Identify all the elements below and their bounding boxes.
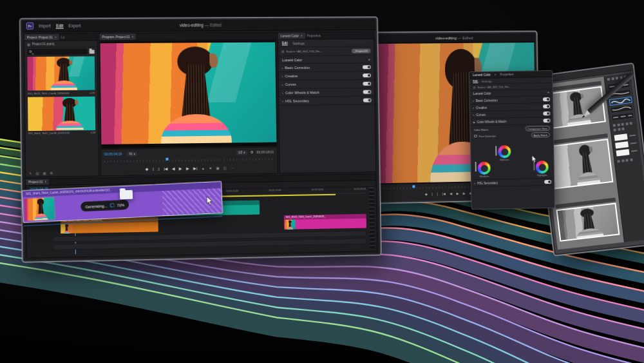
project-item[interactable]: S01_Sh03_Tk04_CamA_20250103 4;29 (27, 56, 95, 95)
toggle-switch[interactable] (543, 119, 550, 123)
toggle-switch[interactable] (363, 90, 372, 94)
playhead-handle[interactable] (412, 185, 415, 188)
mark-in-button[interactable]: { (431, 192, 433, 195)
project-chip[interactable]: _Project 01 (352, 48, 371, 53)
bottom-icon[interactable] (630, 158, 632, 161)
section-basic-correction[interactable]: › Basic Correction (278, 63, 374, 72)
current-timecode[interactable]: 00;00;04;29 (104, 152, 122, 156)
close-icon[interactable]: × (301, 34, 303, 37)
pen-tool-icon[interactable]: ✎ (29, 172, 32, 175)
subtab-edit[interactable]: Edit (282, 41, 288, 45)
comparison-view-button[interactable]: Comparison View (525, 126, 550, 132)
more-button[interactable]: ⋯ (231, 166, 234, 170)
subtab-settings[interactable]: Settings (482, 79, 492, 83)
step-back-button[interactable]: ◀ (450, 192, 452, 195)
tab-lumetri-sliver[interactable]: Lu (59, 34, 67, 40)
option-icon[interactable] (613, 128, 616, 131)
option-icon[interactable] (617, 123, 620, 126)
project-item[interactable]: S01_Sh04_Tk02_CamB_20250103 1;18 (28, 96, 95, 135)
mark-in-button[interactable]: { (153, 167, 154, 171)
menu-export[interactable]: Export (68, 23, 80, 28)
close-icon[interactable]: × (44, 181, 46, 184)
step-forward-button[interactable]: ▶ (186, 166, 189, 170)
subtab-edit[interactable]: Edit (473, 79, 478, 83)
step-forward-button[interactable]: ▶ (463, 191, 466, 195)
mark-out-button[interactable]: } (437, 192, 438, 195)
go-to-in-button[interactable]: |◀ (164, 167, 167, 171)
option-icon[interactable] (618, 128, 620, 130)
clip-thumbnail[interactable] (27, 56, 95, 90)
layer-item[interactable] (615, 140, 637, 148)
midtones-wheel[interactable] (498, 145, 511, 158)
new-bin-folder-icon[interactable] (90, 50, 95, 54)
toggle-switch[interactable] (544, 180, 551, 184)
tab-sequence[interactable]: Project 01 × (26, 179, 49, 186)
extract-button[interactable]: ▼ (209, 166, 212, 170)
tab-program[interactable]: Program: Project 01 × (99, 34, 136, 40)
toggle-switch[interactable] (363, 82, 371, 86)
face-detection-checkbox[interactable] (474, 135, 477, 138)
playhead-handle[interactable] (166, 158, 168, 161)
tab-properties[interactable]: Properties (305, 32, 323, 39)
export-frame-button[interactable]: ▣ (216, 166, 220, 170)
shadows-wheel[interactable] (478, 162, 491, 175)
mark-out-button[interactable]: } (158, 167, 160, 171)
toggle-switch[interactable] (363, 65, 371, 70)
bottom-icon[interactable] (617, 160, 620, 162)
clip-thumbnail[interactable] (28, 96, 95, 131)
lift-button[interactable]: ▲ (202, 166, 205, 170)
close-icon[interactable]: × (55, 35, 57, 39)
go-to-in-button[interactable]: |◀ (442, 192, 446, 195)
toggle-switch[interactable] (543, 97, 550, 101)
program-monitor-video[interactable] (100, 41, 277, 148)
timeline-clip-magenta[interactable]: S01_Sh02_Tk03_CamC_20250103_ (284, 214, 366, 230)
menu-import[interactable]: Import (39, 23, 51, 28)
section-creative[interactable]: › Creative (279, 72, 374, 81)
section-hsl-secondary[interactable]: › HSL Secondary (279, 96, 374, 105)
tab-properties[interactable]: Properties (500, 73, 513, 76)
wheel-slider[interactable] (475, 162, 477, 172)
list-view-icon[interactable]: ▤ (36, 172, 39, 175)
tab-lumetri-color[interactable]: Lumetri Color × (278, 32, 305, 39)
bottom-icon[interactable] (625, 159, 628, 161)
fit-dropdown[interactable]: Fit ▾ (127, 152, 137, 156)
option-icon[interactable] (629, 122, 632, 124)
close-icon[interactable]: × (495, 73, 497, 76)
storyboard-frame[interactable] (547, 133, 613, 190)
add-marker-button[interactable]: ◆ (425, 192, 428, 195)
option-icon[interactable] (621, 123, 623, 126)
wrench-icon[interactable]: ⚙ (251, 150, 254, 154)
tool-icon[interactable] (607, 78, 610, 81)
play-button[interactable]: ▶ (179, 166, 182, 170)
toggle-switch[interactable] (363, 98, 372, 103)
layer-item[interactable] (616, 148, 638, 156)
tool-icon[interactable] (611, 77, 614, 81)
option-icon[interactable] (625, 123, 628, 125)
comparison-view-button[interactable]: ◫ (223, 166, 227, 170)
search-input[interactable] (27, 48, 87, 55)
option-icon[interactable] (613, 124, 616, 126)
close-icon[interactable]: × (131, 35, 133, 38)
wheel-slider[interactable] (495, 146, 497, 155)
storyboard-frame[interactable] (555, 197, 620, 241)
new-item-icon[interactable]: ⊞ (50, 171, 53, 175)
toggle-switch[interactable] (363, 74, 371, 78)
step-back-button[interactable]: ◀ (172, 167, 175, 171)
add-marker-button[interactable]: ◆ (146, 167, 149, 171)
option-icon[interactable] (621, 127, 624, 130)
bottom-icon[interactable] (621, 159, 624, 162)
play-button[interactable]: ▶ (457, 191, 459, 195)
monitor-scrubber[interactable] (104, 157, 274, 163)
toggle-switch[interactable] (543, 112, 550, 115)
tab-project[interactable]: Project: Project 01 × (24, 34, 59, 41)
menu-edit[interactable]: Edit (56, 23, 63, 28)
section-hsl-secondary[interactable]: › HSL Secondary (471, 179, 554, 187)
highlights-wheel[interactable] (536, 161, 549, 173)
tool-icon[interactable] (616, 77, 618, 80)
layer-item[interactable] (614, 132, 636, 141)
resolution-dropdown[interactable]: 1/2 ▾ (236, 150, 247, 155)
grid-view-icon[interactable]: ▦ (43, 171, 46, 175)
apply-match-button[interactable]: Apply Match (531, 132, 550, 138)
toggle-switch[interactable] (543, 104, 550, 108)
subtab-settings[interactable]: Settings (293, 41, 305, 45)
